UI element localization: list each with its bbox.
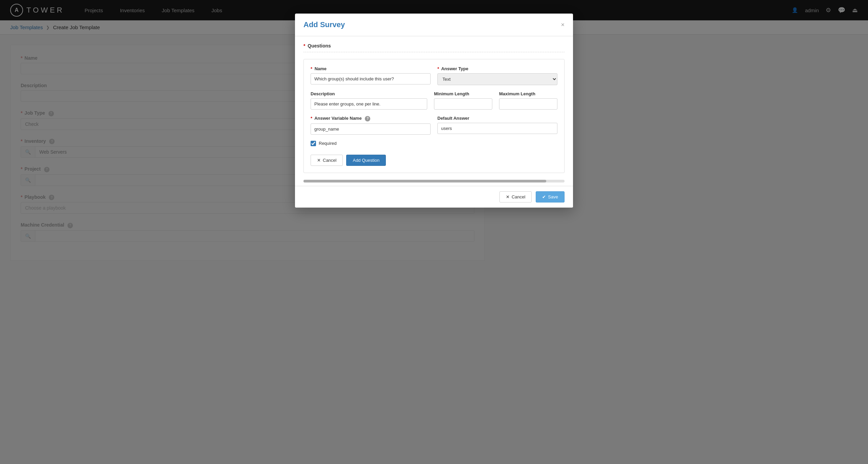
question-description-col: Description	[311, 91, 427, 110]
question-row-2: Description Minimum Length Maximum Lengt…	[311, 91, 557, 110]
required-checkbox-row: Required	[311, 141, 557, 146]
add-question-button[interactable]: Add Question	[346, 155, 386, 166]
required-label[interactable]: Required	[319, 141, 337, 146]
questions-section-label: * Questions	[303, 43, 565, 52]
answer-var-label: * Answer Variable Name ?	[311, 116, 431, 121]
question-actions: ✕ Cancel Add Question	[311, 155, 557, 166]
modal-body: * Questions * Name *	[295, 36, 573, 180]
modal-cancel-button[interactable]: ✕ Cancel	[499, 191, 532, 202]
modal-header: Add Survey ×	[295, 14, 573, 36]
required-checkbox[interactable]	[311, 141, 316, 146]
min-length-col: Minimum Length	[434, 91, 492, 110]
question-description-input[interactable]	[311, 98, 427, 110]
modal-overlay: Add Survey × * Questions * Name	[0, 0, 868, 464]
min-length-input[interactable]	[434, 98, 492, 110]
answer-type-select[interactable]: Text Textarea Password Integer Float Mul…	[437, 73, 557, 85]
answer-var-col: * Answer Variable Name ?	[311, 116, 431, 135]
answer-type-label: * Answer Type	[437, 66, 557, 71]
question-name-label: * Name	[311, 66, 431, 71]
modal-title: Add Survey	[303, 20, 345, 29]
question-row-3: * Answer Variable Name ? Default Answer	[311, 116, 557, 135]
cancel-icon: ✕	[317, 158, 321, 163]
question-name-input[interactable]	[311, 73, 431, 84]
answer-var-input[interactable]	[311, 123, 431, 135]
add-survey-modal: Add Survey × * Questions * Name	[295, 14, 573, 208]
question-description-label: Description	[311, 91, 427, 96]
modal-cancel-icon: ✕	[506, 194, 510, 199]
min-length-label: Minimum Length	[434, 91, 492, 96]
default-answer-input[interactable]	[437, 123, 557, 134]
question-form: * Name * Answer Type Text Textarea	[303, 59, 565, 173]
modal-close-button[interactable]: ×	[561, 21, 565, 28]
modal-scrollbar-thumb	[303, 180, 546, 182]
cancel-question-button[interactable]: ✕ Cancel	[311, 155, 343, 166]
question-row-1: * Name * Answer Type Text Textarea	[311, 66, 557, 85]
modal-save-icon: ✔	[542, 194, 546, 199]
default-answer-col: Default Answer	[437, 116, 557, 135]
default-answer-label: Default Answer	[437, 116, 557, 121]
answer-type-col: * Answer Type Text Textarea Password Int…	[437, 66, 557, 85]
modal-save-button[interactable]: ✔ Save	[536, 191, 565, 202]
max-length-label: Maximum Length	[499, 91, 557, 96]
modal-scrollbar[interactable]	[303, 180, 565, 182]
modal-footer: ✕ Cancel ✔ Save	[295, 186, 573, 208]
max-length-col: Maximum Length	[499, 91, 557, 110]
question-name-col: * Name	[311, 66, 431, 85]
max-length-input[interactable]	[499, 98, 557, 110]
answer-var-help-icon: ?	[365, 116, 370, 121]
